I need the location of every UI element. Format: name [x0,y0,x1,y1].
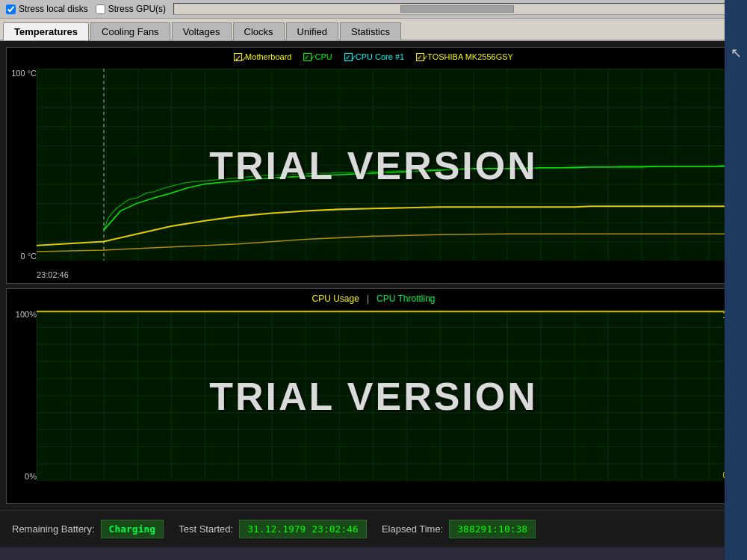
test-started-label: Test Started: [179,523,233,535]
legend-motherboard-checkbox[interactable]: ✓ [234,53,242,61]
tab-cooling-fans[interactable]: Cooling Fans [90,22,170,40]
temp-grid-svg [37,69,725,261]
legend-cpu-label: CPU [314,52,332,61]
legend-cpu-usage: CPU Usage [312,293,359,304]
temp-y-min: 0 °C [20,252,37,261]
scrollbar-container[interactable] [173,3,741,15]
elapsed-time-status: Elapsed Time: 388291:10:38 [382,520,536,538]
cpu-y-min: 0% [25,472,37,481]
test-started-value: 31.12.1979 23:02:46 [239,520,367,538]
cpu-y-max: 100% [16,310,37,319]
tab-voltages[interactable]: Voltages [172,22,232,40]
legend-cpu: ✓ CPU [303,52,332,61]
legend-cpu-throttling: CPU Throttling [376,293,435,304]
tab-temperatures[interactable]: Temperatures [3,22,89,40]
main-content: ✓ Motherboard ✓ CPU ✓ CPU Core #1 ✓ TOSH… [0,41,747,510]
stress-disks-checkbox[interactable] [6,4,16,14]
legend-cpu-core-label: CPU Core #1 [356,52,404,61]
temp-chart-legend: ✓ Motherboard ✓ CPU ✓ CPU Core #1 ✓ TOSH… [234,52,513,61]
tab-clocks[interactable]: Clocks [233,22,285,40]
temp-y-max: 100 °C [11,69,37,78]
stress-gpu-label: Stress GPU(s) [108,4,166,14]
temp-y-axis: 100 °C 0 °C [8,69,37,261]
scrollbar-thumb[interactable] [400,5,514,13]
legend-toshiba-checkbox[interactable]: ✓ [416,53,424,61]
tab-unified[interactable]: Unified [286,22,338,40]
temp-x-axis-time: 23:02:46 [37,270,69,279]
legend-separator: | [367,293,369,304]
cpu-grid-svg [37,310,725,481]
legend-toshiba-label: TOSHIBA MK2556GSY [427,52,513,61]
elapsed-label: Elapsed Time: [382,523,443,535]
stress-gpu-item[interactable]: Stress GPU(s) [96,4,166,14]
elapsed-value: 388291:10:38 [449,520,536,538]
stress-gpu-checkbox[interactable] [96,4,105,14]
battery-value: Charging [101,520,164,538]
legend-motherboard: ✓ Motherboard [234,52,291,61]
legend-cpu-checkbox[interactable]: ✓ [303,53,311,61]
test-started-status: Test Started: 31.12.1979 23:02:46 [179,520,367,538]
tabs-bar: Temperatures Cooling Fans Voltages Clock… [0,19,747,41]
battery-status: Remaining Battery: Charging [12,520,164,538]
legend-cpu-core: ✓ CPU Core #1 [344,52,404,61]
right-panel: ↖ [725,0,747,560]
battery-label: Remaining Battery: [12,523,95,535]
tab-statistics[interactable]: Statistics [340,22,401,40]
status-bar: Remaining Battery: Charging Test Started… [0,510,747,547]
stress-disks-item[interactable]: Stress local disks [6,4,88,14]
cpu-chart-panel: CPU Usage | CPU Throttling 100% 0% [6,288,741,504]
cpu-chart-area: 100% 0% [37,310,725,481]
top-bar: Stress local disks Stress GPU(s) [0,0,747,19]
legend-toshiba: ✓ TOSHIBA MK2556GSY [416,52,513,61]
stress-disks-label: Stress local disks [19,4,88,14]
legend-cpu-core-checkbox[interactable]: ✓ [344,53,353,61]
temp-chart-area: 69 70 54 40 [37,69,725,261]
svg-rect-8 [37,310,725,481]
temperature-chart-panel: ✓ Motherboard ✓ CPU ✓ CPU Core #1 ✓ TOSH… [6,47,741,284]
scrollbar-track [174,5,740,13]
cpu-y-axis: 100% 0% [8,310,37,481]
legend-motherboard-label: Motherboard [245,52,291,61]
svg-rect-3 [37,69,725,261]
cursor-icon: ↖ [731,45,742,61]
cpu-chart-legend: CPU Usage | CPU Throttling [312,293,436,304]
